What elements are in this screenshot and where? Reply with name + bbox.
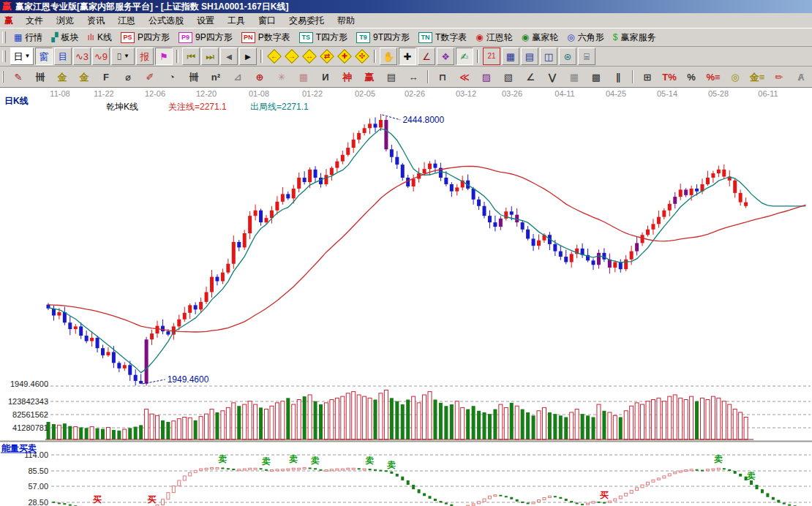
toolbar-button-9t-square[interactable]: T99T四方形 bbox=[352, 30, 414, 45]
menu-item-help[interactable]: 帮助 bbox=[331, 14, 361, 28]
draw-tool-grid-web[interactable]: ▦ bbox=[293, 69, 314, 85]
draw-tool-grid-a[interactable]: ▦ bbox=[564, 69, 584, 85]
volume-bar bbox=[499, 404, 503, 439]
draw-tool-parallel[interactable]: ∥ bbox=[608, 69, 628, 85]
draw-tool-spiral[interactable]: ⌀ bbox=[118, 69, 138, 85]
draw-tool-angle-mirror[interactable]: ⊿ bbox=[228, 69, 248, 85]
toolbar-button-crosshair-tool[interactable]: ✚ bbox=[399, 48, 416, 65]
draw-tool-width-arrows[interactable]: ↔ bbox=[403, 69, 424, 85]
draw-tool-percent[interactable]: % bbox=[681, 69, 702, 85]
draw-tool-shade-box[interactable]: ▨ bbox=[476, 69, 497, 85]
draw-tool-box-tool[interactable]: ⊓ bbox=[432, 69, 453, 85]
toolbar-button-gann-arrow-left[interactable]: ← bbox=[266, 48, 282, 64]
toolbar-button-period-day[interactable]: 日▼ bbox=[10, 48, 34, 65]
main-chart[interactable]: 11-0811-2212-0612-2001-0801-2202-0502-26… bbox=[0, 88, 812, 506]
draw-tool-pen-lines[interactable]: ✐ bbox=[140, 69, 160, 85]
toolbar-button-notepad[interactable]: ▤ bbox=[521, 48, 538, 65]
toolbar-button-gann-wheel[interactable]: ◉江恩轮 bbox=[471, 30, 516, 45]
toolbar-button-gann-arrow-right[interactable]: → bbox=[284, 48, 300, 64]
annotation-leader bbox=[382, 115, 400, 120]
toolbar-button-calculator[interactable]: ▦ bbox=[502, 48, 519, 65]
toolbar-button-pattern-tool[interactable]: ❖ bbox=[437, 48, 454, 65]
draw-tool-ruler-123[interactable]: ▤ bbox=[381, 69, 402, 85]
draw-tool-star-web[interactable]: ✳ bbox=[271, 69, 292, 85]
draw-tool-ying-lines[interactable]: 赢 bbox=[359, 69, 380, 85]
toolbar-grip[interactable] bbox=[2, 71, 4, 83]
menu-item-file[interactable]: 文件 bbox=[19, 14, 50, 28]
menu-item-window[interactable]: 窗口 bbox=[252, 14, 282, 28]
toolbar-button-hexagon[interactable]: ◎六角形 bbox=[563, 30, 608, 45]
draw-tool-pencil-a[interactable]: ✏ bbox=[769, 69, 789, 85]
draw-tool-gold-circle[interactable]: ◎ bbox=[725, 69, 745, 85]
draw-tool-ticks[interactable]: 卌 bbox=[184, 69, 204, 85]
toolbar-button-angle-tool[interactable]: ∠ bbox=[418, 48, 435, 65]
toolbar-grip[interactable] bbox=[2, 31, 6, 43]
toolbar-button-gann-arrow-swap[interactable]: ⇄ bbox=[319, 48, 335, 64]
volume-bar bbox=[226, 407, 230, 439]
draw-tool-grid-box[interactable]: ▧ bbox=[498, 69, 519, 85]
draw-tool-fan-lines[interactable]: ≪ bbox=[454, 69, 475, 85]
toolbar-button-save[interactable]: ◫ bbox=[540, 48, 557, 65]
draw-tool-stats[interactable]: ⊞ bbox=[637, 69, 658, 85]
draw-tool-a-strike[interactable]: Ⱥ bbox=[791, 69, 811, 85]
menu-item-gann[interactable]: 江恩 bbox=[111, 14, 142, 28]
draw-tool-trend-angle[interactable]: ∠ bbox=[520, 69, 541, 85]
draw-tool-t-percent[interactable]: T% bbox=[659, 69, 680, 85]
toolbar-button-wave-3[interactable]: ∿3 bbox=[73, 48, 91, 65]
toolbar-grip[interactable] bbox=[2, 50, 6, 62]
toolbar-button-computer[interactable]: ⌸ bbox=[578, 48, 595, 65]
menu-item-news[interactable]: 资讯 bbox=[80, 14, 111, 28]
toolbar-button-page-next[interactable]: ► bbox=[239, 48, 257, 65]
title-bar[interactable]: 赢 赢家江恩专业版[赢家内部服务平台] - [上证指数 SH1A0001-167… bbox=[0, 0, 812, 13]
menu-item-trade[interactable]: 交易委托 bbox=[282, 14, 331, 28]
toolbar-button-p-digit-table[interactable]: PNP数字表 bbox=[237, 30, 295, 45]
notepad-icon: ▤ bbox=[525, 52, 534, 61]
menu-item-tools[interactable]: 工具 bbox=[221, 14, 252, 28]
draw-tool-gold-bars[interactable]: 金≡ bbox=[747, 69, 767, 85]
toolbar-button-sectors[interactable]: ▞板块 bbox=[47, 30, 83, 45]
toolbar-button-view-chart[interactable]: 窗 bbox=[35, 48, 53, 65]
draw-tool-gold-lines-1[interactable]: 金 bbox=[52, 69, 72, 85]
toolbar-button-9p-square[interactable]: P99P四方形 bbox=[174, 30, 237, 45]
draw-tool-grid-b[interactable]: ▩ bbox=[586, 69, 606, 85]
toolbar-button-network[interactable]: ⊛ bbox=[559, 48, 576, 65]
draw-tool-zigzag[interactable]: ⋁ bbox=[542, 69, 563, 85]
menu-item-settings[interactable]: 设置 bbox=[190, 14, 221, 28]
toolbar-button-p-square[interactable]: PSP四方形 bbox=[116, 30, 174, 45]
menu-item-formula-stock-pick[interactable]: 公式选股 bbox=[142, 14, 190, 28]
draw-tool-n-square[interactable]: n² bbox=[206, 69, 226, 85]
toolbar-button-last-page[interactable]: ⏭ bbox=[201, 48, 219, 65]
toolbar-button-hand-tool[interactable]: ✋ bbox=[380, 48, 397, 65]
draw-tool-gold-lines-2[interactable]: 金 bbox=[74, 69, 94, 85]
volume-bar bbox=[215, 412, 219, 439]
toolbar-button-gann-arrow-cross[interactable]: ✚ bbox=[337, 48, 353, 64]
toolbar-button-candle-type[interactable]: ⌷▼ bbox=[111, 48, 135, 65]
toolbar-button-winner-wheel[interactable]: ◉赢家轮 bbox=[517, 30, 563, 45]
draw-tool-shen-lines[interactable]: 神 bbox=[337, 69, 358, 85]
draw-tool-wave-n[interactable]: И bbox=[315, 69, 336, 85]
toolbar-button-t-digit-table[interactable]: TNT数字表 bbox=[414, 30, 471, 45]
draw-tool-clock-3[interactable]: ◔ bbox=[162, 69, 182, 85]
draw-tool-tick-lines[interactable]: 卌 bbox=[30, 69, 50, 85]
parallel-icon: ∥ bbox=[616, 72, 621, 82]
toolbar-button-flag[interactable]: ⚑ bbox=[155, 48, 173, 65]
toolbar-button-gann-arrow-out[interactable]: ✣ bbox=[354, 48, 370, 64]
draw-tool-pen[interactable]: ✎ bbox=[8, 69, 29, 85]
toolbar-button-gann-arrow-h[interactable]: ↔ bbox=[301, 48, 317, 64]
menu-item-browse[interactable]: 浏览 bbox=[50, 14, 80, 28]
draw-tool-f-lines[interactable]: F bbox=[96, 69, 116, 85]
toolbar-button-draw-tool[interactable]: ✍ bbox=[456, 48, 473, 65]
toolbar-button-wave-9[interactable]: ∿9 bbox=[92, 48, 110, 65]
toolbar-button-page-prev[interactable]: ◄ bbox=[220, 48, 238, 65]
legend-exit-line: 出局线=2271.1 bbox=[250, 102, 309, 112]
toolbar-button-calendar-21[interactable]: 21 bbox=[483, 48, 500, 65]
draw-tool-circle-cross[interactable]: ⊕ bbox=[249, 69, 270, 85]
toolbar-button-winner-service[interactable]: $赢家服务 bbox=[609, 30, 661, 45]
toolbar-button-quotes[interactable]: ▦行情 bbox=[10, 30, 47, 45]
toolbar-button-kline[interactable]: ılıK线 bbox=[83, 30, 116, 45]
toolbar-button-report[interactable]: 报 bbox=[136, 48, 154, 65]
draw-tool-percent-line[interactable]: %≡ bbox=[703, 69, 723, 85]
toolbar-button-t-square[interactable]: TST四方形 bbox=[295, 30, 352, 45]
toolbar-button-first-page[interactable]: ⏮ bbox=[182, 48, 200, 65]
toolbar-button-info-panel[interactable]: 目 bbox=[54, 48, 72, 65]
